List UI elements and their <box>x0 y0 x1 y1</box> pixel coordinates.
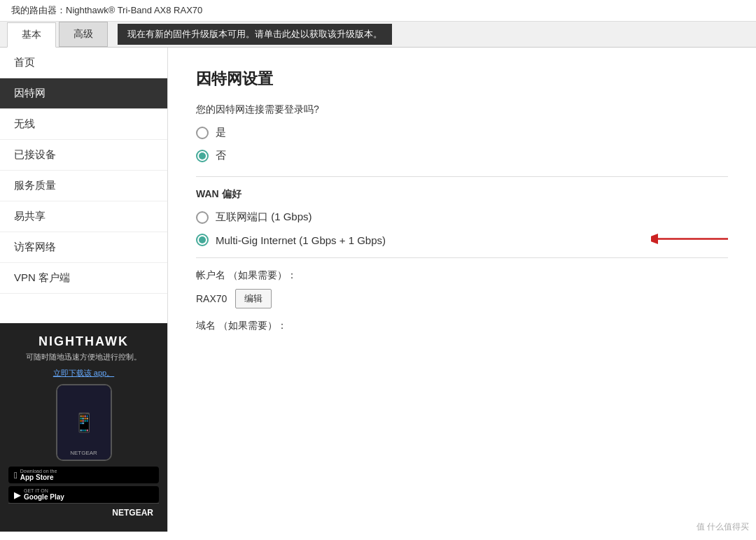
firmware-notice[interactable]: 现在有新的固件升级版本可用。请单击此处以获取该升级版本。 <box>118 24 392 45</box>
wan-option1-label: 互联网端口 (1 Gbps) <box>216 211 312 224</box>
account-value: RAX70 <box>196 293 227 304</box>
radio-no-dot <box>199 152 206 159</box>
google-play-icon: ▶ <box>14 490 21 500</box>
sidebar-item-easy-share[interactable]: 易共享 <box>0 201 167 232</box>
radio-yes[interactable]: 是 <box>196 126 728 139</box>
tab-advanced[interactable]: 高级 <box>59 22 108 47</box>
account-value-row: RAX70 编辑 <box>196 289 728 308</box>
login-question: 您的因特网连接需要登录吗? <box>196 104 728 116</box>
wan-heading: WAN 偏好 <box>196 188 728 201</box>
tab-bar: 基本 高级 现在有新的固件升级版本可用。请单击此处以获取该升级版本。 <box>0 22 756 48</box>
account-label: 帐户名 （如果需要）： <box>196 269 728 282</box>
sidebar-nav: 首页 因特网 无线 已接设备 服务质量 易共享 访客网络 VPN 客户端 <box>0 48 167 323</box>
wifi-icon-promo: 📱 <box>73 412 95 434</box>
router-label: 我的路由器：Nighthawk® Tri-Band AX8 RAX70 <box>11 5 202 15</box>
sidebar-item-wireless[interactable]: 无线 <box>0 109 167 140</box>
login-radio-group: 是 否 <box>196 126 728 162</box>
sidebar-item-vpn[interactable]: VPN 客户端 <box>0 263 167 294</box>
wan-section: WAN 偏好 互联网端口 (1 Gbps) Multi-Gig Internet… <box>196 188 728 246</box>
sidebar-item-qos[interactable]: 服务质量 <box>0 171 167 201</box>
wan-options: 互联网端口 (1 Gbps) Multi-Gig Internet (1 Gbp… <box>196 211 728 246</box>
wan-radio2-circle[interactable] <box>196 234 209 246</box>
account-section: 帐户名 （如果需要）： RAX70 编辑 域名 （如果需要）： <box>196 269 728 332</box>
radio-no-circle[interactable] <box>196 150 209 162</box>
nighthawk-brand: NIGHTHAWK <box>8 334 159 349</box>
sidebar: 首页 因特网 无线 已接设备 服务质量 易共享 访客网络 VPN 客户端 <box>0 48 168 532</box>
netgear-label-phone: NETGEAR <box>70 450 97 456</box>
radio-no[interactable]: 否 <box>196 149 728 162</box>
wan-radio1-circle[interactable] <box>196 211 209 224</box>
red-arrow-annotation <box>651 229 735 252</box>
google-play-line2: Google Play <box>24 493 64 501</box>
download-link[interactable]: 立即下载该 app。 <box>8 368 159 378</box>
netgear-bottom-label: NETGEAR <box>8 503 159 520</box>
phone-mockup: 📱 NETGEAR <box>56 384 112 461</box>
promo-box: NIGHTHAWK 可随时随地迅速方便地进行控制。 立即下载该 app。 📱 N… <box>0 323 167 532</box>
main-layout: 首页 因特网 无线 已接设备 服务质量 易共享 访客网络 VPN 客户端 <box>0 48 756 532</box>
google-play-line1: GET IT ON <box>24 488 64 493</box>
divider-2 <box>196 257 728 258</box>
wan-option1[interactable]: 互联网端口 (1 Gbps) <box>196 211 728 224</box>
store-badges:  Download on the App Store ▶ GET IT ON … <box>8 467 159 503</box>
sidebar-item-home[interactable]: 首页 <box>0 48 167 78</box>
radio-no-label: 否 <box>216 149 226 162</box>
content-area: 因特网设置 您的因特网连接需要登录吗? 是 否 WAN 偏好 互联网端口 (1 … <box>168 48 756 532</box>
tab-basic[interactable]: 基本 <box>7 22 56 48</box>
wan-radio2-dot <box>199 236 206 243</box>
page-title: 因特网设置 <box>196 69 728 90</box>
apple-icon:  <box>14 470 18 481</box>
edit-button[interactable]: 编辑 <box>235 289 272 308</box>
watermark: 值 什么值得买 <box>696 521 749 533</box>
sidebar-item-guest-network[interactable]: 访客网络 <box>0 232 167 263</box>
wan-option2[interactable]: Multi-Gig Internet (1 Gbps + 1 Gbps) <box>196 234 728 246</box>
radio-yes-label: 是 <box>216 126 226 139</box>
sidebar-item-internet[interactable]: 因特网 <box>0 78 167 109</box>
app-store-badge[interactable]:  Download on the App Store <box>8 467 159 483</box>
radio-yes-circle[interactable] <box>196 127 209 139</box>
wan-option2-label: Multi-Gig Internet (1 Gbps + 1 Gbps) <box>216 234 386 246</box>
sidebar-item-attached-devices[interactable]: 已接设备 <box>0 140 167 171</box>
divider-1 <box>196 176 728 177</box>
app-store-line1: Download on the <box>20 469 57 474</box>
top-bar: 我的路由器：Nighthawk® Tri-Band AX8 RAX70 <box>0 0 756 22</box>
app-store-line2: App Store <box>20 474 57 481</box>
google-play-badge[interactable]: ▶ GET IT ON Google Play <box>8 486 159 503</box>
domain-label: 域名 （如果需要）： <box>196 320 728 332</box>
promo-tagline: 可随时随地迅速方便地进行控制。 <box>8 352 159 362</box>
